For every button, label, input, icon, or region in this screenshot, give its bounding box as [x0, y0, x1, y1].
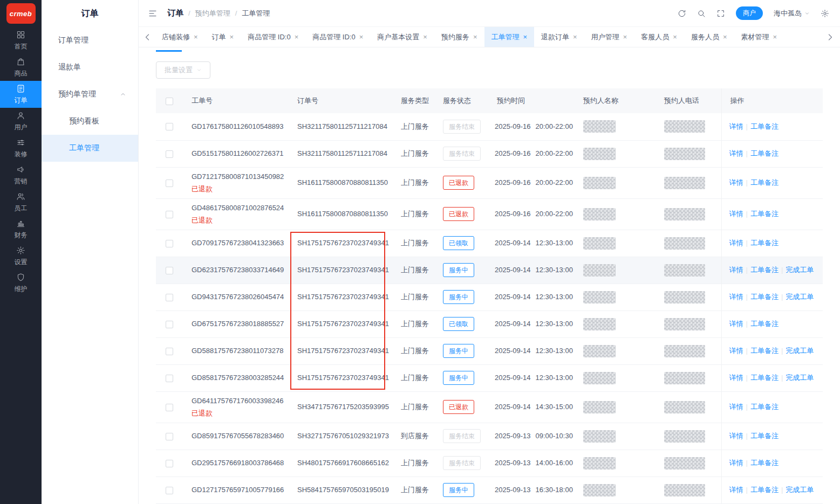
refresh-icon[interactable]	[678, 9, 686, 18]
work-order-note-link[interactable]: 工单备注	[750, 293, 778, 301]
row-checkbox[interactable]	[166, 321, 173, 328]
tab-item[interactable]: 客服人员 ×	[634, 27, 684, 47]
detail-link[interactable]: 详情	[729, 374, 743, 382]
row-checkbox[interactable]	[166, 150, 173, 158]
merchant-badge[interactable]: 商户	[736, 6, 763, 20]
sidebar-item[interactable]: 首页	[0, 27, 42, 54]
close-icon[interactable]: ×	[673, 33, 677, 41]
work-order-note-link[interactable]: 工单备注	[750, 347, 778, 355]
row-checkbox[interactable]	[166, 348, 173, 355]
work-order-note-link[interactable]: 工单备注	[750, 403, 778, 411]
tab-item[interactable]: 退款订单 ×	[534, 27, 584, 47]
row-checkbox[interactable]	[166, 404, 173, 411]
select-all-checkbox[interactable]	[166, 98, 173, 105]
search-icon[interactable]	[697, 9, 706, 18]
submenu-item[interactable]: 订单管理	[42, 27, 138, 54]
submenu-item[interactable]: 工单管理	[42, 135, 138, 162]
settings-icon[interactable]	[821, 9, 829, 18]
tab-item[interactable]: 用户管理 ×	[584, 27, 634, 47]
row-checkbox[interactable]	[166, 375, 173, 382]
work-order-note-link[interactable]: 工单备注	[750, 486, 778, 494]
chevron-left-icon[interactable]	[142, 32, 153, 43]
tab-item[interactable]: 商户基本设置 ×	[370, 27, 434, 47]
close-icon[interactable]: ×	[230, 33, 234, 41]
fullscreen-icon[interactable]	[716, 9, 725, 18]
close-icon[interactable]: ×	[473, 33, 477, 41]
row-checkbox[interactable]	[166, 179, 173, 187]
row-checkbox[interactable]	[166, 240, 173, 247]
work-order-note-link[interactable]: 工单备注	[750, 459, 778, 467]
complete-work-order-link[interactable]: 完成工单	[786, 374, 814, 382]
sidebar-item[interactable]: 营销	[0, 162, 42, 189]
sidebar-item[interactable]: 用户	[0, 108, 42, 135]
close-icon[interactable]: ×	[359, 33, 364, 41]
close-icon[interactable]: ×	[295, 33, 299, 41]
detail-link[interactable]: 详情	[729, 239, 743, 247]
close-icon[interactable]: ×	[194, 33, 198, 41]
close-icon[interactable]: ×	[773, 33, 777, 41]
detail-link[interactable]: 详情	[729, 178, 743, 187]
sidebar-item[interactable]: 设置	[0, 243, 42, 270]
row-checkbox[interactable]	[166, 123, 173, 130]
row-checkbox[interactable]	[166, 294, 173, 301]
menu-toggle-icon[interactable]	[148, 9, 158, 18]
sidebar-item[interactable]: 商品	[0, 54, 42, 81]
sidebar-item[interactable]: 装修	[0, 135, 42, 162]
work-order-note-link[interactable]: 工单备注	[750, 320, 778, 328]
work-order-note-link[interactable]: 工单备注	[750, 374, 778, 382]
complete-work-order-link[interactable]: 完成工单	[786, 293, 814, 301]
close-icon[interactable]: ×	[623, 33, 627, 41]
sidebar-item[interactable]: 维护	[0, 270, 42, 296]
submenu-item[interactable]: 预约看板	[42, 108, 138, 135]
user-menu[interactable]: 海中孤岛	[774, 9, 810, 18]
work-order-note-link[interactable]: 工单备注	[750, 210, 778, 218]
submenu-item[interactable]: 预约单管理	[42, 81, 138, 108]
work-order-note-link[interactable]: 工单备注	[750, 178, 778, 187]
tab-item[interactable]: 工单管理 ×	[484, 27, 535, 47]
close-icon[interactable]: ×	[423, 33, 427, 41]
breadcrumb-item[interactable]: 工单管理	[242, 9, 270, 18]
batch-settings-button[interactable]: 批量设置	[156, 61, 210, 79]
tab-item[interactable]: 素材管理 ×	[734, 27, 784, 47]
complete-work-order-link[interactable]: 完成工单	[786, 486, 814, 494]
work-order-note-link[interactable]: 工单备注	[750, 149, 778, 157]
complete-work-order-link[interactable]: 完成工单	[786, 347, 814, 355]
work-order-note-link[interactable]: 工单备注	[750, 122, 778, 130]
tab-item[interactable]: 店铺装修 ×	[155, 27, 205, 47]
detail-link[interactable]: 详情	[729, 320, 743, 328]
detail-link[interactable]: 详情	[729, 486, 743, 494]
detail-link[interactable]: 详情	[729, 403, 743, 411]
detail-link[interactable]: 详情	[729, 266, 743, 274]
row-checkbox[interactable]	[166, 433, 173, 440]
row-checkbox[interactable]	[166, 211, 173, 218]
work-order-note-link[interactable]: 工单备注	[750, 266, 778, 274]
close-icon[interactable]: ×	[573, 33, 577, 41]
tab-item[interactable]: 商品管理 ID:0 ×	[241, 27, 305, 47]
close-icon[interactable]: ×	[723, 33, 727, 41]
tab-item[interactable]: 商品管理 ID:0 ×	[305, 27, 370, 47]
sidebar-item[interactable]: 订单	[0, 81, 42, 108]
tab-item[interactable]: 订单 ×	[205, 27, 241, 47]
sidebar-item[interactable]: 财务	[0, 216, 42, 243]
detail-link[interactable]: 详情	[729, 149, 743, 157]
detail-link[interactable]: 详情	[729, 459, 743, 467]
detail-link[interactable]: 详情	[729, 293, 743, 301]
tab-item[interactable]: 预约服务 ×	[434, 27, 484, 47]
chevron-right-icon[interactable]	[825, 32, 836, 43]
row-checkbox[interactable]	[166, 267, 173, 274]
sidebar-item[interactable]: 员工	[0, 189, 42, 216]
detail-link[interactable]: 详情	[729, 210, 743, 218]
work-order-note-link[interactable]: 工单备注	[750, 432, 778, 440]
detail-link[interactable]: 详情	[729, 432, 743, 440]
detail-link[interactable]: 详情	[729, 347, 743, 355]
close-icon[interactable]: ×	[523, 33, 528, 41]
row-checkbox[interactable]	[166, 460, 173, 467]
work-order-note-link[interactable]: 工单备注	[750, 239, 778, 247]
submenu-item[interactable]: 退款单	[42, 54, 138, 81]
tab-item[interactable]: 服务人员 ×	[684, 27, 734, 47]
row-checkbox[interactable]	[166, 487, 173, 494]
detail-link[interactable]: 详情	[729, 122, 743, 130]
breadcrumb-item[interactable]: 订单	[167, 8, 183, 18]
complete-work-order-link[interactable]: 完成工单	[786, 266, 814, 274]
breadcrumb-item[interactable]: 预约单管理	[195, 9, 230, 18]
